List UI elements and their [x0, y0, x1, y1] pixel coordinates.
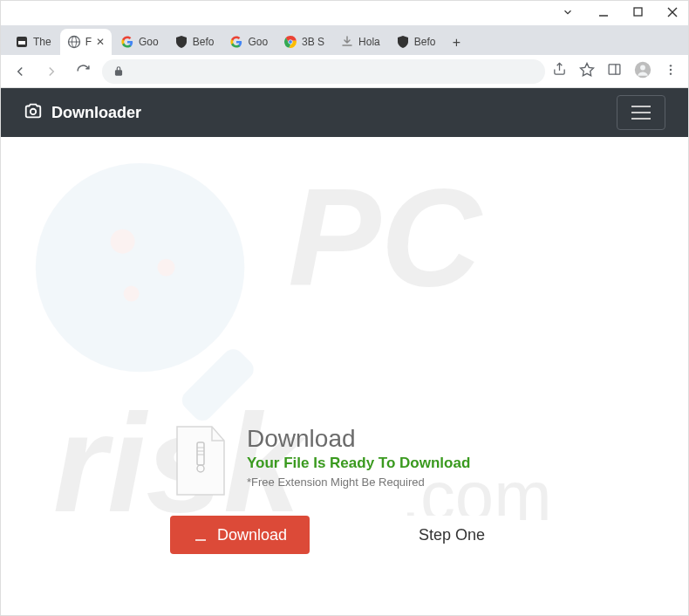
favicon-google-icon — [229, 35, 243, 49]
window-maximize-button[interactable] — [633, 7, 643, 19]
window-minimize-button[interactable] — [598, 7, 609, 20]
tab-label: Hola — [358, 36, 380, 48]
profile-avatar-icon[interactable] — [634, 61, 651, 82]
svg-rect-1 — [634, 8, 642, 16]
share-icon[interactable] — [552, 62, 567, 80]
tab-item[interactable]: 3B S — [276, 29, 331, 55]
favicon-globe-icon — [67, 35, 81, 49]
tab-item[interactable]: The — [8, 29, 58, 55]
download-heading: Download — [247, 425, 470, 453]
bookmark-star-icon[interactable] — [579, 62, 595, 81]
step-one-button-label: Step One — [419, 526, 485, 544]
address-bar[interactable] — [102, 59, 545, 84]
svg-rect-14 — [609, 65, 620, 74]
back-button[interactable] — [8, 59, 32, 84]
tab-item[interactable]: Befo — [167, 29, 222, 55]
window-close-button[interactable] — [667, 7, 678, 20]
page-content: PC risk .com Download Your File Is Ready… — [1, 137, 688, 615]
lock-icon — [113, 65, 125, 78]
svg-rect-29 — [178, 345, 258, 425]
download-arrow-icon — [193, 527, 208, 543]
svg-point-26 — [111, 229, 135, 254]
svg-point-21 — [31, 108, 36, 113]
tab-label: Goo — [248, 36, 268, 48]
tab-label: F — [85, 36, 92, 48]
svg-marker-13 — [581, 63, 594, 75]
svg-point-18 — [670, 65, 672, 66]
favicon-shield-icon — [174, 35, 188, 49]
favicon-chrome-icon — [283, 35, 297, 49]
step-one-button[interactable]: Step One — [395, 516, 508, 554]
forward-button[interactable] — [39, 59, 64, 84]
download-button[interactable]: Download — [170, 516, 310, 554]
tab-item[interactable]: Goo — [113, 29, 166, 55]
tab-label: Befo — [414, 36, 436, 48]
brand-label: Downloader — [51, 104, 141, 122]
svg-point-27 — [158, 259, 175, 277]
favicon-printer-icon — [15, 35, 29, 49]
favicon-shield-icon — [396, 35, 410, 49]
kebab-menu-icon[interactable] — [664, 63, 678, 80]
favicon-download-icon — [340, 35, 354, 49]
tab-item-active[interactable]: F ✕ — [60, 29, 112, 55]
camera-icon — [24, 101, 43, 125]
download-ready-text: Your File Is Ready To Download — [247, 455, 470, 472]
reload-button[interactable] — [71, 59, 95, 84]
svg-point-28 — [124, 286, 140, 302]
favicon-google-icon — [120, 35, 134, 49]
download-note: *Free Extension Might Be Required — [247, 476, 470, 489]
tab-label: Goo — [139, 36, 159, 48]
tab-item[interactable]: Hola — [333, 29, 387, 55]
page-header: Downloader — [1, 88, 688, 137]
file-zip-icon — [170, 425, 231, 496]
menu-toggle-button[interactable] — [617, 95, 665, 130]
browser-toolbar — [1, 55, 688, 88]
tab-label: The — [33, 36, 51, 48]
svg-point-20 — [670, 72, 672, 74]
svg-point-17 — [640, 65, 645, 70]
tab-label: Befo — [193, 36, 215, 48]
side-panel-icon[interactable] — [607, 62, 622, 80]
svg-point-19 — [670, 68, 672, 70]
tab-item[interactable]: Befo — [389, 29, 443, 55]
window-chevron-icon[interactable] — [562, 6, 574, 21]
window-bar — [1, 1, 688, 25]
new-tab-button[interactable]: + — [444, 31, 468, 55]
tab-label: 3B S — [302, 36, 324, 48]
tab-item[interactable]: Goo — [222, 29, 275, 55]
svg-point-25 — [36, 163, 244, 372]
download-button-label: Download — [217, 526, 287, 544]
tab-close-icon[interactable]: ✕ — [96, 36, 105, 48]
tab-strip: The F ✕ Goo Befo Goo 3B S Hola Befo + — [1, 25, 688, 55]
hamburger-icon — [630, 104, 652, 121]
svg-text:PC: PC — [288, 160, 483, 315]
svg-rect-5 — [18, 41, 25, 44]
